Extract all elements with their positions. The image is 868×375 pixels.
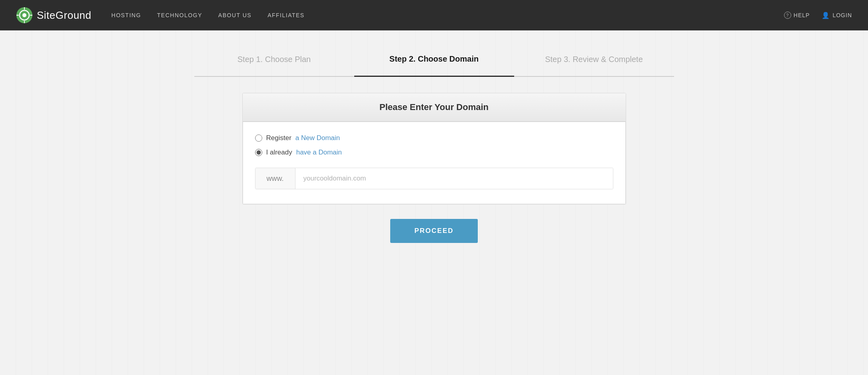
proceed-container: PROCEED [8, 219, 860, 243]
step2-item[interactable]: Step 2. Choose Domain [354, 54, 514, 77]
already-have-link[interactable]: have a Domain [296, 148, 342, 156]
step2-label: Step 2. Choose Domain [354, 54, 514, 69]
radio-already-have[interactable]: I already have a Domain [255, 148, 613, 156]
nav-link-about-us[interactable]: ABOUT US [218, 12, 251, 18]
www-prefix: www. [255, 168, 295, 189]
domain-card-body: Register a New Domain I already have a D… [243, 122, 626, 204]
radio-register-new-input[interactable] [255, 134, 262, 142]
register-new-prefix: Register [266, 134, 291, 142]
help-label: HELP [794, 12, 810, 18]
domain-card-title: Please Enter Your Domain [379, 102, 489, 112]
help-icon: ? [784, 12, 791, 19]
proceed-button[interactable]: PROCEED [390, 219, 477, 243]
nav-link-technology[interactable]: TECHNOLOGY [157, 12, 202, 18]
navbar-right: ? HELP 👤 LOGIN [784, 12, 852, 19]
nav-links: HOSTING TECHNOLOGY ABOUT US AFFILIATES [112, 12, 305, 18]
step3-item[interactable]: Step 3. Review & Complete [514, 55, 674, 77]
login-label: LOGIN [832, 12, 852, 18]
register-new-link[interactable]: a New Domain [295, 134, 340, 142]
svg-point-2 [22, 13, 26, 17]
logo-text: SiteGround [37, 9, 92, 22]
radio-register-new[interactable]: Register a New Domain [255, 134, 613, 142]
person-icon: 👤 [822, 12, 830, 19]
steps-container: Step 1. Choose Plan Step 2. Choose Domai… [194, 54, 674, 77]
main-content: Step 1. Choose Plan Step 2. Choose Domai… [0, 30, 868, 375]
siteground-logo-icon [16, 7, 33, 24]
step1-label: Step 1. Choose Plan [194, 55, 354, 70]
nav-link-affiliates[interactable]: AFFILIATES [267, 12, 305, 18]
nav-link-hosting[interactable]: HOSTING [112, 12, 141, 18]
login-link[interactable]: 👤 LOGIN [822, 12, 852, 19]
navbar-left: SiteGround HOSTING TECHNOLOGY ABOUT US A… [16, 7, 305, 24]
radio-already-have-input[interactable] [255, 149, 262, 156]
step1-item[interactable]: Step 1. Choose Plan [194, 55, 354, 77]
help-link[interactable]: ? HELP [784, 12, 810, 19]
domain-card-header: Please Enter Your Domain [243, 93, 626, 122]
radio-group: Register a New Domain I already have a D… [255, 134, 613, 156]
logo-container[interactable]: SiteGround [16, 7, 92, 24]
navbar: SiteGround HOSTING TECHNOLOGY ABOUT US A… [0, 0, 868, 30]
domain-input-row: www. [255, 168, 613, 189]
domain-input[interactable] [295, 168, 613, 189]
domain-card: Please Enter Your Domain Register a New … [242, 93, 626, 205]
already-have-prefix: I already [266, 148, 292, 156]
step3-label: Step 3. Review & Complete [514, 55, 674, 70]
